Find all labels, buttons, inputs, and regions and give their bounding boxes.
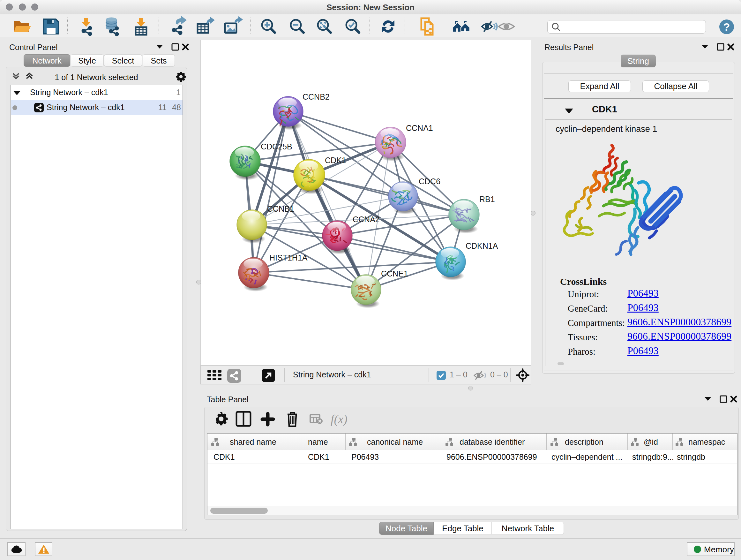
svg-text:CCNA1: CCNA1 [406,124,433,132]
svg-text:HIST1H1A: HIST1H1A [269,253,308,262]
svg-text:CCNB2: CCNB2 [302,92,330,101]
svg-text:CCNA2: CCNA2 [353,215,380,224]
svg-text:database identifier: database identifier [460,437,525,446]
svg-text:namespac: namespac [688,437,725,446]
svg-text:shared name: shared name [230,437,276,446]
svg-text:canonical name: canonical name [367,437,423,446]
svg-text:description: description [565,437,603,446]
svg-text:CDC6: CDC6 [419,177,441,186]
svg-text:RB1: RB1 [479,195,495,204]
svg-text:CDC25B: CDC25B [261,142,292,151]
svg-text:name: name [308,437,328,446]
svg-text:f(x): f(x) [331,413,347,426]
svg-text:@id: @id [644,437,658,446]
svg-text:CDK1: CDK1 [325,156,346,165]
svg-text:CCNB1: CCNB1 [267,204,294,213]
svg-text:CDKN1A: CDKN1A [466,241,498,250]
svg-text:CCNE1: CCNE1 [381,269,408,278]
